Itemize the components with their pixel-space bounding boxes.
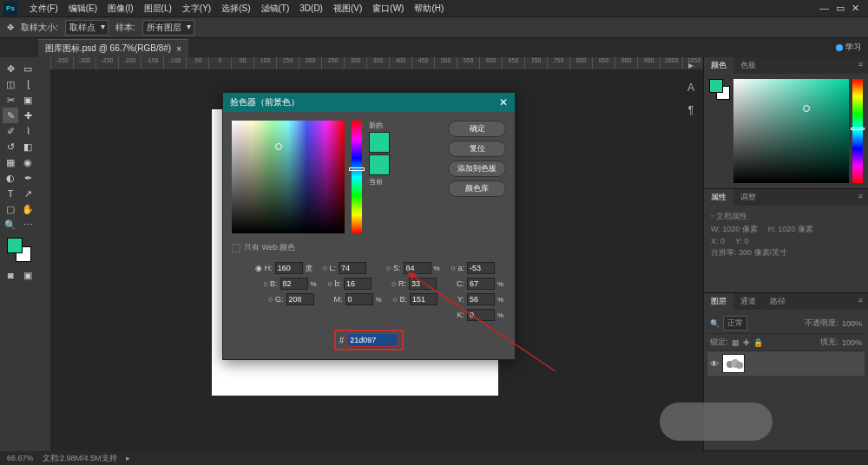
ok-button[interactable]: 确定 bbox=[448, 121, 506, 137]
g-input[interactable] bbox=[286, 293, 314, 305]
tab-channels[interactable]: 通道 bbox=[733, 293, 763, 310]
r-input[interactable] bbox=[409, 278, 437, 290]
web-only-checkbox[interactable] bbox=[232, 244, 240, 252]
stamp-tool-icon[interactable]: ⌇ bbox=[20, 123, 36, 139]
panel-menu-icon[interactable]: ≡ bbox=[853, 293, 868, 310]
layer-filter-icon[interactable]: 🔍 bbox=[710, 319, 720, 328]
blur-tool-icon[interactable]: ◉ bbox=[20, 154, 36, 170]
screenmode-icon[interactable]: ▣ bbox=[20, 267, 36, 283]
menu-help[interactable]: 帮助(H) bbox=[409, 3, 449, 15]
menu-file[interactable]: 文件(F) bbox=[24, 3, 63, 15]
hand-tool-icon[interactable]: ✋ bbox=[20, 201, 36, 217]
character-panel-icon[interactable]: A bbox=[683, 80, 699, 95]
collapse-panel-icon[interactable]: ▸ bbox=[683, 57, 699, 73]
marquee-tool-icon[interactable]: ◫ bbox=[3, 76, 18, 92]
hex-input[interactable] bbox=[346, 333, 398, 347]
lock-pixels-icon[interactable]: ▦ bbox=[732, 338, 740, 347]
tab-color[interactable]: 颜色 bbox=[704, 57, 733, 74]
tab-adjustments[interactable]: 调整 bbox=[733, 189, 763, 206]
menu-window[interactable]: 窗口(W) bbox=[367, 3, 409, 15]
color-spectrum[interactable] bbox=[232, 121, 345, 233]
close-tab-icon[interactable]: × bbox=[176, 44, 181, 54]
history-brush-icon[interactable]: ↺ bbox=[3, 139, 18, 154]
menu-view[interactable]: 视图(V) bbox=[328, 3, 367, 15]
menu-image[interactable]: 图像(I) bbox=[102, 3, 138, 15]
foreground-background-swatch[interactable] bbox=[7, 238, 31, 262]
menu-edit[interactable]: 编辑(E) bbox=[63, 3, 102, 15]
add-swatch-button[interactable]: 添加到色板 bbox=[448, 160, 506, 177]
document-tab[interactable]: 图库图标.psd @ 66.7%(RGB/8#) × bbox=[38, 39, 188, 57]
lock-all-icon[interactable]: 🔒 bbox=[753, 338, 763, 347]
menu-3d[interactable]: 3D(D) bbox=[294, 3, 328, 13]
lock-position-icon[interactable]: ✚ bbox=[743, 338, 750, 347]
opacity-value[interactable]: 100% bbox=[842, 319, 862, 328]
zoom-tool-icon[interactable]: 🔍 bbox=[3, 217, 18, 232]
tab-properties[interactable]: 属性 bbox=[704, 189, 733, 206]
dodge-tool-icon[interactable]: ◐ bbox=[3, 170, 18, 186]
y-input[interactable] bbox=[467, 293, 495, 305]
eraser-tool-icon[interactable]: ◧ bbox=[20, 139, 36, 154]
blend-mode-dropdown[interactable]: 正常 bbox=[723, 316, 747, 331]
c-input[interactable] bbox=[467, 278, 495, 290]
panel-menu-icon[interactable]: ≡ bbox=[853, 189, 868, 206]
sample-size-dropdown[interactable]: 取样点 bbox=[65, 20, 108, 36]
color-picker-titlebar[interactable]: 拾色器（前景色） ✕ bbox=[223, 93, 515, 112]
pen-tool-icon[interactable]: ✒ bbox=[20, 170, 36, 186]
healing-tool-icon[interactable]: ✚ bbox=[20, 108, 36, 123]
s-input[interactable] bbox=[404, 262, 431, 274]
tab-paths[interactable]: 路径 bbox=[763, 293, 792, 310]
layer-thumbnail[interactable] bbox=[722, 354, 745, 373]
bb-input[interactable] bbox=[410, 293, 437, 305]
doc-info: 文档:2.98M/4.5M支持 bbox=[43, 453, 117, 464]
fill-value[interactable]: 100% bbox=[842, 338, 862, 347]
menu-select[interactable]: 选择(S) bbox=[216, 3, 255, 15]
more-tool-icon[interactable]: ⋯ bbox=[20, 217, 36, 232]
a-input[interactable] bbox=[467, 262, 495, 274]
options-bar: ✥ 取样大小: 取样点 样本: 所有图层 bbox=[0, 17, 868, 38]
new-color-swatch bbox=[369, 132, 390, 153]
layer-row[interactable]: 👁 bbox=[707, 351, 865, 376]
move-tool-icon[interactable]: ✥ bbox=[3, 61, 18, 76]
brush-tool-icon[interactable]: ✐ bbox=[3, 123, 18, 139]
type-tool-icon[interactable]: T bbox=[3, 186, 18, 201]
menu-layer[interactable]: 图层(L) bbox=[139, 3, 177, 15]
crop-tool-icon[interactable]: ✂ bbox=[3, 92, 18, 108]
panel-menu-icon[interactable]: ≡ bbox=[853, 57, 868, 74]
b2-input[interactable] bbox=[344, 278, 372, 290]
eyedropper-tool-icon[interactable]: ✎ bbox=[3, 108, 18, 123]
zoom-level[interactable]: 66.67% bbox=[7, 454, 34, 462]
reset-button[interactable]: 复位 bbox=[448, 141, 506, 157]
k-input[interactable] bbox=[467, 309, 495, 321]
color-library-button[interactable]: 颜色库 bbox=[448, 180, 506, 197]
m-input[interactable] bbox=[345, 293, 373, 305]
menu-filter[interactable]: 滤镜(T) bbox=[256, 3, 295, 15]
artboard-tool-icon[interactable]: ▭ bbox=[20, 61, 36, 76]
paragraph-panel-icon[interactable]: ¶ bbox=[683, 102, 699, 118]
minimize-icon[interactable]: — bbox=[819, 3, 829, 14]
h-input[interactable] bbox=[275, 262, 303, 274]
tab-swatches[interactable]: 色板 bbox=[733, 57, 763, 74]
status-chevron-icon[interactable]: ▸ bbox=[126, 454, 130, 462]
maximize-icon[interactable]: ▭ bbox=[836, 3, 845, 14]
shape-tool-icon[interactable]: ▢ bbox=[3, 201, 18, 217]
close-window-icon[interactable]: ✕ bbox=[852, 3, 859, 14]
sample-layers-dropdown[interactable]: 所有图层 bbox=[142, 20, 194, 36]
color-panel-spectrum[interactable] bbox=[733, 79, 849, 183]
path-tool-icon[interactable]: ↗ bbox=[20, 186, 36, 201]
tab-layers[interactable]: 图层 bbox=[704, 293, 733, 310]
hue-slider[interactable] bbox=[352, 121, 362, 233]
prop-width: W: 1020 像素 bbox=[711, 224, 758, 235]
learn-badge[interactable]: 学习 bbox=[836, 42, 861, 53]
color-panel-hue[interactable] bbox=[852, 79, 863, 183]
close-dialog-icon[interactable]: ✕ bbox=[499, 96, 508, 108]
color-panel-swatch[interactable] bbox=[709, 79, 730, 100]
lasso-tool-icon[interactable]: ɭ bbox=[20, 76, 36, 92]
visibility-icon[interactable]: 👁 bbox=[710, 359, 719, 369]
bv-input[interactable] bbox=[280, 278, 308, 290]
menu-type[interactable]: 文字(Y) bbox=[177, 3, 216, 15]
gradient-tool-icon[interactable]: ▦ bbox=[3, 154, 18, 170]
l-input[interactable] bbox=[339, 262, 366, 274]
frame-tool-icon[interactable]: ▣ bbox=[20, 92, 36, 108]
foreground-color[interactable] bbox=[7, 238, 23, 253]
quickmask-icon[interactable]: ◙ bbox=[3, 267, 18, 283]
